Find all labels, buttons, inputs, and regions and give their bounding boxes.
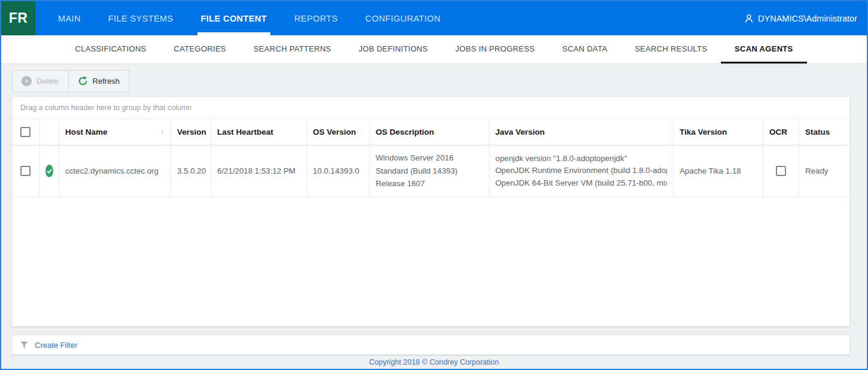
java-version-line-2: OpenJDK Runtime Environment (build 1.8.0… [495,165,667,177]
column-header-java-version[interactable]: Java Version [489,119,674,145]
delete-button[interactable]: ✕ Delete [13,71,68,92]
column-header-os-version[interactable]: OS Version [307,119,370,145]
sort-ascending-icon: ↑ [160,128,165,137]
tab-scan-data[interactable]: SCAN DATA [549,35,621,63]
nav-item-main[interactable]: MAIN [57,1,82,35]
tab-categories[interactable]: CATEGORIES [160,35,240,63]
column-header-ocr[interactable]: OCR [763,119,799,145]
os-description-cell: Windows Server 2016 Standard (Build 1439… [370,145,489,196]
create-filter-link[interactable]: Create Filter [35,341,78,350]
tab-classifications[interactable]: CLASSIFICATIONS [61,35,160,63]
status-cell: Ready [799,145,849,196]
nav-item-file-content[interactable]: FILE CONTENT [200,1,268,35]
user-menu[interactable]: DYNAMICS\Administrator [744,1,867,35]
last-heartbeat-cell: 6/21/2018 1:53:12 PM [211,145,307,196]
select-all-cell [12,119,39,145]
java-version-cell: openjdk version "1.8.0-adoptopenjdk" Ope… [489,145,674,196]
tab-job-definitions[interactable]: JOB DEFINITIONS [345,35,442,63]
select-all-checkbox[interactable] [20,127,31,137]
tab-search-patterns[interactable]: SEARCH PATTERNS [240,35,345,63]
row-select-checkbox[interactable] [20,166,31,176]
delete-icon: ✕ [22,76,32,86]
subtab-bar: CLASSIFICATIONS CATEGORIES SEARCH PATTER… [1,35,867,64]
refresh-button[interactable]: Refresh [68,71,129,92]
nav-item-file-systems[interactable]: FILE SYSTEMS [107,1,175,35]
column-header-os-description[interactable]: OS Description [370,119,489,145]
page-footer: Copyright 2018 © Condrey Corporation [1,354,867,370]
tab-scan-agents[interactable]: SCAN AGENTS [721,35,806,63]
java-version-line-1: openjdk version "1.8.0-adoptopenjdk" [495,153,667,165]
table-row[interactable]: cctec2.dynamics.cctec.org 3.5.0.20 6/21/… [12,145,849,197]
tab-search-results[interactable]: SEARCH RESULTS [621,35,721,63]
column-header-version[interactable]: Version [171,119,211,145]
grid-header-row: Host Name ↑ Version Last Heartbeat OS Ve… [12,119,849,145]
column-header-tika-version[interactable]: Tika Version [674,119,763,145]
row-select-cell [12,145,39,196]
os-version-cell: 10.0.14393.0 [307,145,370,196]
agent-status-column-header [39,119,59,145]
tab-jobs-in-progress[interactable]: JOBS IN PROGRESS [441,35,549,63]
user-label: DYNAMICS\Administrator [758,14,857,23]
column-header-last-heartbeat[interactable]: Last Heartbeat [211,119,307,145]
column-header-host-name[interactable]: Host Name ↑ [59,119,171,145]
grid-empty-area [12,197,849,326]
toolbar-button-group: ✕ Delete Refresh [12,70,129,92]
tika-version-cell: Apache Tika 1.18 [674,145,763,196]
column-header-status[interactable]: Status [799,119,849,145]
filter-bar: Create Filter [12,335,849,354]
scan-agents-grid: Drag a column header here to group by th… [12,97,849,326]
main-nav: MAIN FILE SYSTEMS FILE CONTENT REPORTS C… [57,1,467,35]
toolbar: ✕ Delete Refresh [1,64,867,97]
ocr-cell [763,145,799,196]
top-navigation: FR MAIN FILE SYSTEMS FILE CONTENT REPORT… [1,1,867,35]
app-logo[interactable]: FR [1,1,35,35]
java-version-line-3: OpenJDK 64-Bit Server VM (build 25.71-b0… [495,177,667,190]
copyright-text: Copyright 2018 © Condrey Corporation [369,358,499,366]
app-window: FR MAIN FILE SYSTEMS FILE CONTENT REPORT… [0,0,868,370]
user-icon [744,14,754,23]
agent-online-check-icon [45,165,53,177]
version-cell: 3.5.0.20 [171,145,211,196]
filter-funnel-icon [20,341,28,349]
ocr-checkbox[interactable] [776,166,786,176]
host-name-cell: cctec2.dynamics.cctec.org [59,145,171,196]
nav-item-configuration[interactable]: CONFIGURATION [364,1,442,35]
refresh-button-label: Refresh [93,77,120,86]
delete-button-label: Delete [36,77,59,86]
refresh-icon [78,76,88,86]
group-by-panel[interactable]: Drag a column header here to group by th… [12,97,849,119]
nav-item-reports[interactable]: REPORTS [293,1,339,35]
agent-status-cell [39,145,59,196]
host-name-header-label: Host Name [65,128,108,137]
